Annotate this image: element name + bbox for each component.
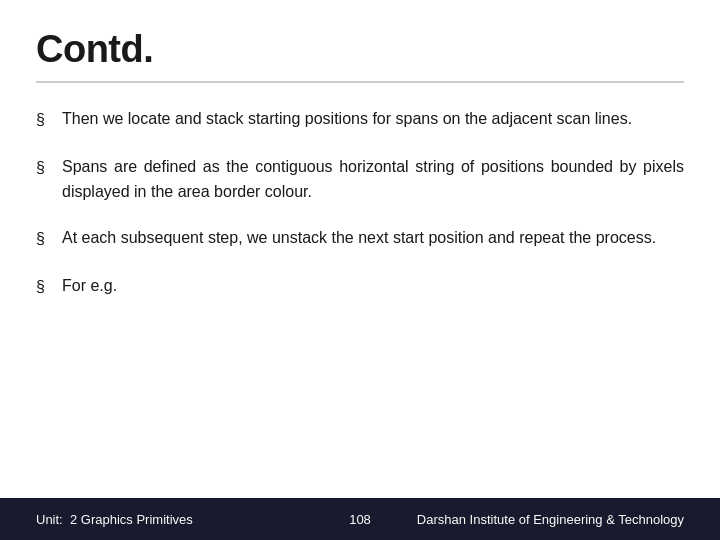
bullet-item-1: § Then we locate and stack starting posi…	[36, 107, 684, 133]
bullet-marker-3: §	[36, 227, 54, 252]
bullet-text-4: For e.g.	[62, 274, 684, 299]
bullet-item-4: § For e.g.	[36, 274, 684, 300]
bullet-item-3: § At each subsequent step, we unstack th…	[36, 226, 684, 252]
footer-unit: Unit: 2 Graphics Primitives	[36, 512, 193, 527]
footer-page-number: 108	[349, 512, 371, 527]
bullet-text-1: Then we locate and stack starting positi…	[62, 107, 684, 132]
bullet-list: § Then we locate and stack starting posi…	[36, 107, 684, 540]
bullet-text-2: Spans are defined as the contiguous hori…	[62, 155, 684, 205]
bullet-marker-2: §	[36, 156, 54, 181]
slide-title: Contd.	[36, 28, 684, 71]
bullet-marker-1: §	[36, 108, 54, 133]
bullet-marker-4: §	[36, 275, 54, 300]
footer-institution: Darshan Institute of Engineering & Techn…	[417, 512, 684, 527]
title-divider	[36, 81, 684, 83]
bullet-item-2: § Spans are defined as the contiguous ho…	[36, 155, 684, 205]
slide-footer: Unit: 2 Graphics Primitives 108 Darshan …	[0, 498, 720, 540]
slide-container: Contd. § Then we locate and stack starti…	[0, 0, 720, 540]
bullet-text-3: At each subsequent step, we unstack the …	[62, 226, 684, 251]
footer-unit-label: Unit:	[36, 512, 63, 527]
footer-unit-value: 2 Graphics Primitives	[70, 512, 193, 527]
